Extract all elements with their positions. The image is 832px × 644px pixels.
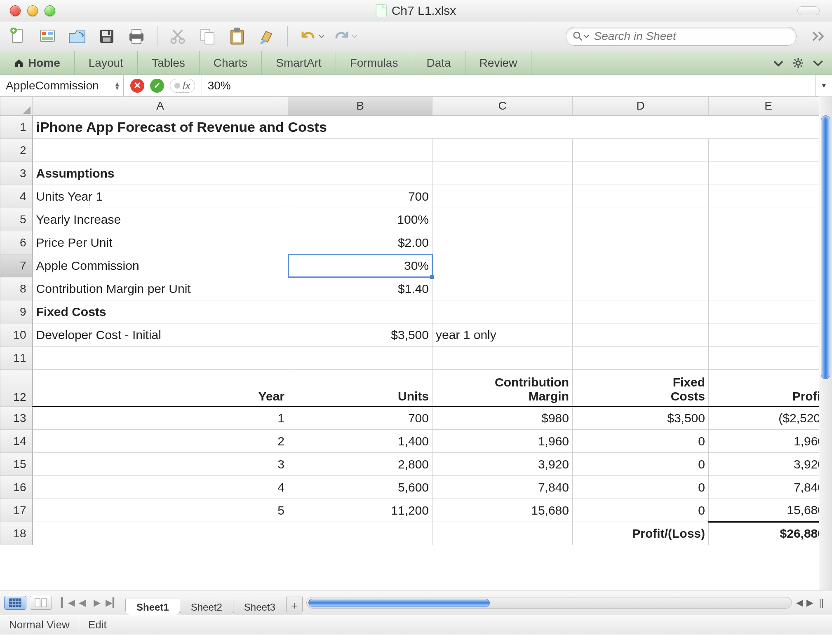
cell[interactable]: 3 [33,453,288,476]
cell[interactable]: Price Per Unit [33,231,288,254]
cell[interactable]: 0 [573,476,709,499]
ribbon-tab-tables[interactable]: Tables [138,51,200,75]
cell[interactable]: 700 [288,185,432,208]
cell[interactable]: 1 [33,407,288,430]
row-header[interactable]: 5 [0,208,33,231]
row-header[interactable]: 8 [0,277,33,300]
new-document-button[interactable] [6,26,30,47]
cell[interactable] [709,277,819,300]
row-header[interactable]: 2 [0,139,33,162]
cell[interactable] [709,162,819,185]
cell[interactable] [432,522,573,545]
cell[interactable] [432,300,573,323]
cell[interactable]: Units Year 1 [33,185,288,208]
cell[interactable]: 100% [288,208,432,231]
ribbon-tab-review[interactable]: Review [465,51,532,75]
cell[interactable]: $3,500 [288,323,432,347]
cell[interactable]: 1,400 [288,430,432,453]
search-input[interactable] [594,30,788,43]
cell[interactable]: Contribution Margin per Unit [33,277,288,300]
cell[interactable] [709,185,819,208]
cell[interactable] [709,347,819,370]
close-window-button[interactable] [10,5,21,16]
scrollbar-thumb[interactable] [821,115,830,379]
cell[interactable] [709,300,819,323]
ribbon-tab-smartart[interactable]: SmartArt [262,51,336,75]
ribbon-tab-data[interactable]: Data [412,51,465,75]
paste-button[interactable] [225,26,249,47]
cell[interactable]: 5 [33,499,288,522]
cell[interactable] [573,323,709,347]
cell[interactable] [432,139,573,162]
row-header[interactable]: 3 [0,162,33,185]
cell[interactable] [573,162,709,185]
cell[interactable]: Fixed Costs [33,300,288,323]
cancel-edit-button[interactable]: ✕ [130,79,144,93]
cell[interactable]: FixedCosts [573,370,709,407]
column-header-E[interactable]: E [709,97,819,116]
cell[interactable] [573,185,709,208]
row-header[interactable]: 15 [0,453,33,476]
cell[interactable] [573,208,709,231]
cell[interactable]: Year [33,370,288,407]
cell[interactable] [432,231,573,254]
cell[interactable]: 2 [33,430,288,453]
column-header-B[interactable]: B [288,97,432,116]
cell[interactable]: 3,920 [432,453,573,476]
first-sheet-button[interactable]: ▎◀ [61,597,73,608]
next-sheet-button[interactable]: ▶ [91,597,103,608]
cell[interactable]: $2.00 [288,231,432,254]
cell[interactable]: 700 [288,407,432,430]
scroll-right-button[interactable]: ▶ [806,597,813,608]
select-all-corner[interactable] [0,97,33,116]
row-header[interactable]: 11 [0,347,33,370]
cell[interactable] [288,139,432,162]
cell[interactable]: $26,880 [709,522,819,545]
gear-icon[interactable] [792,57,804,69]
cell[interactable]: 1,960 [709,430,819,453]
cell[interactable] [288,522,432,545]
column-header-D[interactable]: D [573,97,709,116]
ribbon-tab-home[interactable]: Home [0,51,75,75]
column-header-A[interactable]: A [33,97,288,116]
cell[interactable]: 5,600 [288,476,432,499]
cell[interactable]: 7,840 [432,476,573,499]
cell[interactable] [432,162,573,185]
redo-button[interactable] [329,26,362,47]
name-box[interactable]: AppleCommission ▲▼ [0,75,124,96]
cell[interactable] [573,231,709,254]
search-field[interactable] [566,27,797,46]
chevron-down-icon[interactable] [812,57,824,69]
sheet-tab[interactable]: Sheet3 [233,599,287,615]
cell[interactable] [709,208,819,231]
cell[interactable]: $3,500 [573,407,709,430]
normal-view-button[interactable] [4,596,26,610]
cell[interactable]: iPhone App Forecast of Revenue and Costs [33,116,819,139]
row-header[interactable]: 4 [0,185,33,208]
last-sheet-button[interactable]: ▶▎ [106,597,118,608]
cell[interactable]: ($2,520) [709,407,819,430]
cell[interactable] [33,139,288,162]
ribbon-tab-charts[interactable]: Charts [200,51,262,75]
cell[interactable]: 0 [573,499,709,522]
cell[interactable]: 2,800 [288,453,432,476]
row-header[interactable]: 17 [0,499,33,522]
row-header[interactable]: 12 [0,370,33,407]
cell[interactable] [573,347,709,370]
save-button[interactable] [95,26,119,47]
cell[interactable]: $1.40 [288,277,432,300]
formula-input[interactable]: 30% [202,75,816,96]
formula-bar-expand-button[interactable]: ▼ [816,75,832,96]
spreadsheet-grid[interactable]: A B C D E 1 iPhone App Forecast of Reven… [0,96,819,590]
ribbon-tab-layout[interactable]: Layout [75,51,138,75]
cell[interactable] [288,300,432,323]
cell[interactable] [288,347,432,370]
confirm-edit-button[interactable]: ✓ [150,79,164,93]
cell[interactable]: Developer Cost - Initial [33,323,288,347]
active-cell[interactable]: 30% [288,254,432,277]
cell[interactable]: year 1 only [432,323,573,347]
column-header-C[interactable]: C [432,97,573,116]
cell[interactable] [432,254,573,277]
cell[interactable] [709,254,819,277]
cell[interactable] [432,185,573,208]
